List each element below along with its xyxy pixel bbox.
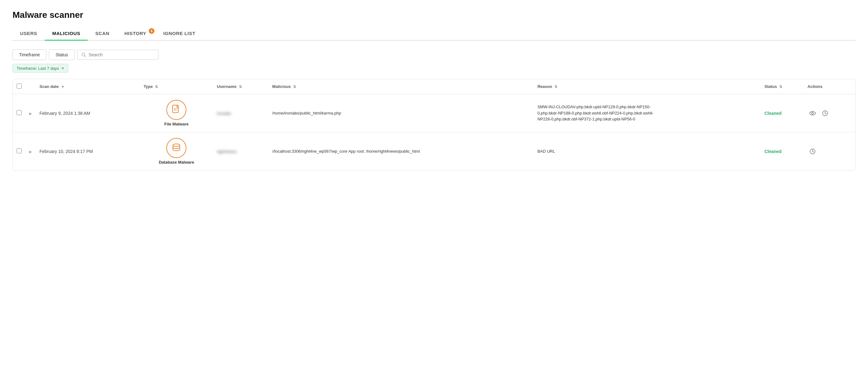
row1-type-wrap: File Malware bbox=[144, 100, 209, 127]
row2-checkbox[interactable] bbox=[17, 148, 22, 153]
row2-type: Database Malware bbox=[140, 132, 213, 171]
row1-reason-text: SMW-INJ-CLOUDAV-php.bkdr.upld-NP129-0,ph… bbox=[537, 104, 663, 122]
status-button[interactable]: Status bbox=[49, 49, 74, 60]
row1-actions bbox=[804, 94, 855, 132]
header-status[interactable]: Status ⇅ bbox=[761, 79, 803, 94]
svg-line-1 bbox=[85, 56, 86, 57]
status-sort-icon: ⇅ bbox=[779, 85, 782, 89]
header-checkbox-cell bbox=[13, 79, 25, 94]
header-malicious[interactable]: Malicious ⇅ bbox=[269, 79, 534, 94]
tab-malicious[interactable]: MALICIOUS bbox=[45, 28, 88, 41]
row1-scan-date: February 9, 2024 1:38 AM bbox=[36, 94, 140, 132]
row1-actions-cell bbox=[808, 108, 851, 118]
username-sort-icon: ⇅ bbox=[239, 85, 242, 89]
row2-malicious: //localhost:3306/right4ne_wp567/wp_core … bbox=[269, 132, 534, 171]
tab-bar: USERS MALICIOUS SCAN HISTORY 8 IGNORE LI… bbox=[12, 28, 856, 41]
page-title: Malware scanner bbox=[12, 10, 856, 20]
row1-type-icon-circle bbox=[166, 100, 186, 120]
header-reason[interactable]: Reason ⇅ bbox=[534, 79, 761, 94]
results-table-wrap: Scan date ▼ Type ⇅ Username ⇅ Malicious … bbox=[12, 79, 856, 171]
header-scan-date[interactable]: Scan date ▼ bbox=[36, 79, 140, 94]
reason-sort-icon: ⇅ bbox=[554, 85, 557, 89]
row2-type-label: Database Malware bbox=[159, 160, 194, 165]
row1-reason: SMW-INJ-CLOUDAV-php.bkdr.upld-NP129-0,ph… bbox=[534, 94, 761, 132]
active-filter-label: Timeframe: Last 7 days bbox=[17, 66, 59, 71]
row1-malicious-path: /home/ironiabs/public_html/karma.php bbox=[272, 110, 530, 116]
svg-line-8 bbox=[825, 113, 826, 114]
search-box bbox=[77, 50, 158, 60]
row2-actions-cell bbox=[808, 146, 851, 157]
row1-expand[interactable]: ▶ bbox=[25, 94, 36, 132]
row2-expand[interactable]: ▶ bbox=[25, 132, 36, 171]
row2-type-icon-circle bbox=[166, 138, 186, 158]
active-filter-chip[interactable]: Timeframe: Last 7 days × bbox=[12, 64, 68, 73]
svg-line-12 bbox=[812, 151, 814, 152]
malicious-sort-icon: ⇅ bbox=[293, 85, 296, 89]
row2-username-value: right4news bbox=[217, 149, 237, 154]
row1-history-button[interactable] bbox=[820, 108, 830, 118]
database-malware-icon bbox=[172, 143, 181, 153]
clock-icon bbox=[822, 110, 828, 116]
row2-reason-text: BAD URL bbox=[537, 148, 663, 155]
header-username[interactable]: Username ⇅ bbox=[213, 79, 269, 94]
expand-arrow-icon[interactable]: ▶ bbox=[29, 111, 32, 116]
tab-users[interactable]: USERS bbox=[12, 28, 45, 41]
tab-ignore-list[interactable]: IGNORE LIST bbox=[156, 28, 203, 41]
clock-icon bbox=[809, 148, 816, 155]
expand-arrow-icon[interactable]: ▶ bbox=[29, 149, 32, 154]
table-header-row: Scan date ▼ Type ⇅ Username ⇅ Malicious … bbox=[13, 79, 855, 94]
results-table: Scan date ▼ Type ⇅ Username ⇅ Malicious … bbox=[13, 79, 855, 170]
row2-type-wrap: Database Malware bbox=[144, 138, 209, 165]
row1-type-label: File Malware bbox=[164, 122, 189, 127]
row1-status-badge: Cleaned bbox=[764, 111, 781, 116]
row2-scan-date: February 10, 2024 8:17 PM bbox=[36, 132, 140, 171]
remove-filter-button[interactable]: × bbox=[61, 66, 64, 71]
header-actions: Actions bbox=[804, 79, 855, 94]
row2-checkbox-cell bbox=[13, 132, 25, 171]
row1-username-value: ironiabs bbox=[217, 111, 231, 116]
row2-reason: BAD URL bbox=[534, 132, 761, 171]
header-type[interactable]: Type ⇅ bbox=[140, 79, 213, 94]
row2-history-button[interactable] bbox=[808, 146, 817, 157]
svg-point-5 bbox=[812, 112, 813, 114]
row2-username: right4news bbox=[213, 132, 269, 171]
search-input[interactable] bbox=[89, 52, 154, 57]
type-sort-icon: ⇅ bbox=[155, 85, 158, 89]
svg-point-9 bbox=[173, 144, 180, 146]
filter-bar: Timeframe Status bbox=[12, 49, 856, 60]
row2-status: Cleaned bbox=[761, 132, 803, 171]
table-row: ▶ February 9, 2024 1:38 AM bbox=[13, 94, 855, 132]
row1-type: File Malware bbox=[140, 94, 213, 132]
file-malware-icon bbox=[172, 105, 181, 115]
tab-scan[interactable]: SCAN bbox=[88, 28, 117, 41]
row1-checkbox[interactable] bbox=[17, 110, 22, 115]
row1-status: Cleaned bbox=[761, 94, 803, 132]
tab-history[interactable]: HISTORY 8 bbox=[117, 28, 156, 41]
select-all-checkbox[interactable] bbox=[17, 83, 22, 89]
row2-malicious-path: //localhost:3306/right4ne_wp567/wp_core … bbox=[272, 148, 530, 155]
scan-date-sort-icon: ▼ bbox=[61, 85, 65, 89]
history-badge: 8 bbox=[149, 28, 154, 34]
row1-checkbox-cell bbox=[13, 94, 25, 132]
row1-malicious: /home/ironiabs/public_html/karma.php bbox=[269, 94, 534, 132]
timeframe-button[interactable]: Timeframe bbox=[12, 49, 46, 60]
row2-actions bbox=[804, 132, 855, 171]
header-expand bbox=[25, 79, 36, 94]
row1-view-button[interactable] bbox=[808, 108, 817, 118]
eye-icon bbox=[809, 111, 816, 116]
row1-username: ironiabs bbox=[213, 94, 269, 132]
table-row: ▶ February 10, 2024 8:17 PM bbox=[13, 132, 855, 171]
search-icon bbox=[81, 52, 86, 57]
row2-status-badge: Cleaned bbox=[764, 149, 781, 154]
